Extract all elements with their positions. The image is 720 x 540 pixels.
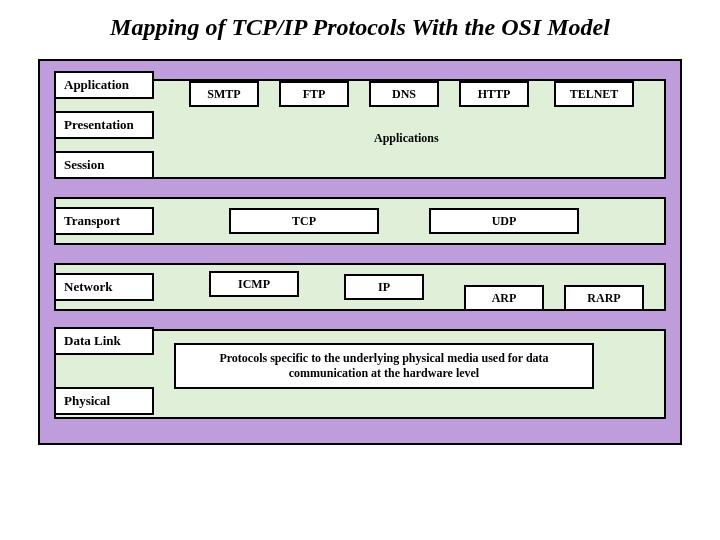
proto-arp: ARP [464,285,544,311]
physical-note: Protocols specific to the underlying phy… [174,343,594,389]
proto-ip: IP [344,274,424,300]
proto-telnet: TELNET [554,81,634,107]
row-network: Network ICMP IP ARP RARP [54,263,666,311]
osi-datalink: Data Link [54,327,154,355]
osi-physical: Physical [54,387,154,415]
proto-dns: DNS [369,81,439,107]
row-physical-group: Data Link Physical Protocols specific to… [54,329,666,419]
proto-icmp: ICMP [209,271,299,297]
proto-ftp: FTP [279,81,349,107]
proto-rarp: RARP [564,285,644,311]
osi-presentation: Presentation [54,111,154,139]
row-application-group: Application Presentation Session SMTP FT… [54,79,666,179]
proto-tcp: TCP [229,208,379,234]
row-transport: Transport TCP UDP [54,197,666,245]
osi-network: Network [54,273,154,301]
osi-session: Session [54,151,154,179]
proto-smtp: SMTP [189,81,259,107]
diagram-frame: Application Presentation Session SMTP FT… [38,59,682,445]
applications-label: Applications [374,131,439,146]
proto-udp: UDP [429,208,579,234]
diagram-title: Mapping of TCP/IP Protocols With the OSI… [0,0,720,51]
osi-transport: Transport [54,207,154,235]
osi-application: Application [54,71,154,99]
proto-http: HTTP [459,81,529,107]
